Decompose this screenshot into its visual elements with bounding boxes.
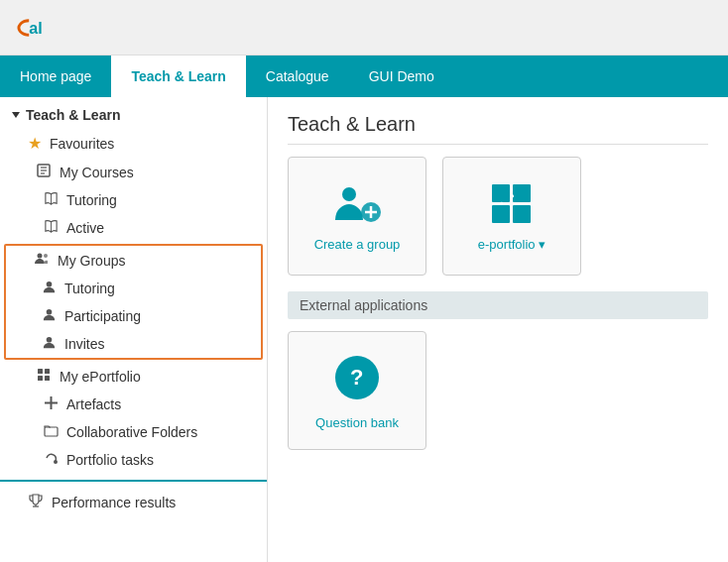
group-icon: [34, 251, 50, 270]
sidebar-item-my-courses[interactable]: My Courses: [0, 158, 267, 186]
sidebar-item-groups-participating[interactable]: Participating: [6, 302, 261, 330]
sidebar-item-label: Portfolio tasks: [66, 452, 154, 468]
svg-rect-15: [45, 376, 50, 381]
svg-rect-14: [38, 376, 43, 381]
create-group-label: Create a group: [314, 237, 401, 252]
svg-point-9: [47, 281, 53, 287]
create-group-card[interactable]: Create a group: [288, 157, 426, 276]
nav-catalogue[interactable]: Catalogue: [246, 56, 349, 97]
group-create-icon: [331, 180, 383, 229]
svg-point-10: [47, 309, 53, 315]
section-collapse-icon: [12, 112, 20, 118]
tasks-icon: [44, 451, 59, 469]
sidebar-item-label: Artefacts: [66, 396, 121, 412]
cards-row: Create a group e-portfolio: [288, 157, 708, 276]
sidebar-item-groups-invites[interactable]: Invites: [6, 330, 261, 358]
sidebar-item-artefacts[interactable]: Artefacts: [0, 391, 267, 418]
sidebar-item-label: Favourites: [50, 136, 114, 152]
svg-point-7: [38, 254, 43, 259]
top-bar: al: [0, 0, 728, 56]
svg-point-22: [342, 187, 356, 201]
nav-gui-demo[interactable]: GUI Demo: [349, 56, 454, 97]
svg-rect-12: [38, 369, 43, 374]
trophy-icon: [28, 493, 44, 511]
sidebar-item-collab-folders[interactable]: Collaborative Folders: [0, 418, 267, 446]
svg-rect-28: [492, 205, 510, 223]
sidebar-item-label: My ePortfolio: [60, 369, 141, 385]
question-bank-card[interactable]: ? Question bank: [288, 331, 426, 450]
book-open-icon2: [44, 219, 59, 237]
sidebar-item-label: Invites: [64, 336, 104, 352]
book-open-icon: [44, 191, 59, 209]
nav-home[interactable]: Home page: [0, 56, 111, 97]
sidebar-section-label: Teach & Learn: [26, 107, 120, 123]
cross-icon: [44, 395, 59, 413]
sidebar-item-my-eportfolio[interactable]: My ePortfolio: [0, 362, 267, 391]
sidebar-item-label: My Courses: [60, 165, 134, 180]
sidebar-item-favourites[interactable]: ★ Favourites: [0, 129, 267, 158]
sidebar-item-groups-tutoring[interactable]: Tutoring: [6, 275, 261, 302]
page-title: Teach & Learn: [288, 113, 708, 145]
sidebar-item-label: My Groups: [58, 253, 125, 269]
svg-point-19: [54, 460, 58, 464]
ext-apps-header: External applications: [288, 291, 708, 319]
sidebar-divider: [0, 480, 267, 482]
sidebar: Teach & Learn ★ Favourites My Courses Tu…: [0, 97, 268, 562]
group-person-icon: [42, 280, 57, 297]
sidebar-item-my-groups[interactable]: My Groups: [6, 246, 261, 275]
svg-rect-18: [45, 427, 58, 436]
nav-teach-learn[interactable]: Teach & Learn: [111, 56, 245, 97]
ext-cards-row: ? Question bank: [288, 331, 708, 450]
sidebar-item-label: Performance results: [52, 495, 176, 510]
sidebar-section-title: Teach & Learn: [0, 97, 267, 129]
sidebar-item-label: Tutoring: [66, 192, 117, 208]
question-icon: ?: [330, 351, 384, 407]
group-person-icon2: [42, 307, 57, 325]
sidebar-item-courses-active[interactable]: Active: [0, 214, 267, 242]
svg-rect-29: [513, 205, 531, 223]
puzzle-icon: [36, 367, 52, 386]
svg-point-11: [47, 337, 53, 343]
sidebar-item-label: Collaborative Folders: [66, 424, 197, 440]
sidebar-item-performance[interactable]: Performance results: [0, 488, 267, 516]
nav-bar: Home page Teach & Learn Catalogue GUI De…: [0, 56, 728, 97]
sidebar-item-label: Tutoring: [64, 281, 115, 296]
sidebar-item-courses-tutoring[interactable]: Tutoring: [0, 186, 267, 214]
main-layout: Teach & Learn ★ Favourites My Courses Tu…: [0, 97, 728, 562]
folder-icon: [44, 423, 59, 441]
my-groups-section: My Groups Tutoring Participating: [4, 244, 263, 360]
eportfolio-label: e-portfolio ▾: [478, 237, 546, 252]
svg-text:al: al: [29, 18, 42, 36]
logo: al: [16, 10, 60, 46]
svg-point-8: [44, 254, 48, 258]
svg-rect-13: [45, 369, 50, 374]
group-person-icon3: [42, 335, 57, 353]
puzzle-card-icon: [487, 180, 537, 229]
sidebar-item-label: Participating: [64, 308, 141, 324]
svg-rect-27: [513, 184, 531, 202]
question-bank-label: Question bank: [315, 415, 399, 430]
opal-logo-icon: al: [16, 10, 60, 46]
svg-rect-26: [492, 184, 510, 202]
star-icon: ★: [28, 134, 42, 153]
sidebar-item-label: Active: [66, 220, 104, 236]
eportfolio-card[interactable]: e-portfolio ▾: [442, 157, 581, 276]
content-area: Teach & Learn Create a group: [268, 97, 728, 562]
svg-text:?: ?: [350, 365, 363, 390]
book-icon: [36, 163, 52, 181]
sidebar-item-portfolio-tasks[interactable]: Portfolio tasks: [0, 446, 267, 474]
